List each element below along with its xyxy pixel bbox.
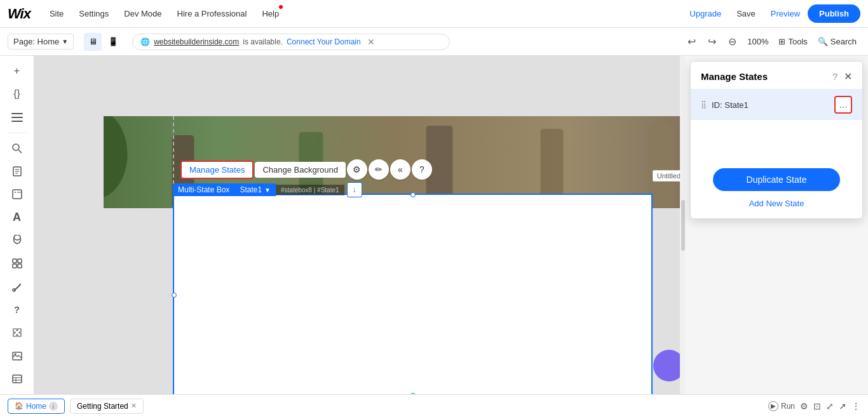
panel-actions: Duplicate State Add New State [691,158,862,218]
tools-button[interactable]: ⊞ Tools [775,37,811,46]
panel-help-icon[interactable]: ? [832,72,837,82]
undo-button[interactable]: ↩ [682,33,700,51]
msb-state-dropdown[interactable]: State1 ▼ [234,183,276,196]
layers-button[interactable] [4,107,30,128]
image-button[interactable] [4,345,30,366]
desktop-view-button[interactable]: 🖥 [84,33,102,51]
save-button[interactable]: Save [729,9,763,18]
nav-site[interactable]: Site [42,0,71,28]
navigator-icon-button[interactable]: « [390,159,410,180]
mobile-view-button[interactable]: 📱 [104,33,122,51]
tab-home-info-icon[interactable]: i [49,402,58,411]
frame-bottom-icon[interactable]: ⊡ [813,401,821,411]
change-background-button[interactable]: Change Background [255,162,346,178]
svg-point-3 [13,144,19,150]
run-button[interactable]: ▶ Run [768,401,795,411]
connect-domain-link[interactable]: Connect Your Domain [287,37,361,46]
apps-button[interactable] [4,253,30,274]
manage-states-button[interactable]: Manage States [180,161,254,179]
device-switcher: 🖥 📱 [84,33,122,51]
resize-handle-top[interactable] [410,192,416,197]
main-area: + {} A ? [0,56,868,394]
msb-id-label: #statebox8 | #State1 [276,185,344,195]
resize-handle-bottom[interactable] [410,393,416,394]
blog-button[interactable] [4,184,30,204]
tools-sidebar-button[interactable] [4,276,30,296]
tab-home-label: Home [26,402,46,411]
msb-title-label: Multi-State Box [173,183,234,196]
edit-icon-button[interactable]: ✏ [369,159,389,180]
globe-icon: 🌐 [140,37,150,46]
canvas-area: Manage States Change Background ⚙ ✏ « ? … [34,56,685,394]
nav-hire[interactable]: Hire a Professional [170,0,255,28]
state-list-item[interactable]: ⣿ ID: State1 … [691,89,862,120]
tab-home[interactable]: 🏠 Home i [8,399,65,414]
zoom-out-button[interactable]: ⊖ [723,33,741,51]
nav-settings[interactable]: Settings [71,0,116,28]
duplicate-state-button[interactable]: Duplicate State [713,168,840,191]
url-bar-close-icon[interactable]: ✕ [367,37,375,47]
arrow-bottom-icon[interactable]: ↗ [839,401,846,411]
paint-button[interactable] [4,230,30,251]
url-bar: 🌐 websitebuilderinside.com is available.… [132,34,450,50]
tab-home-icon: 🏠 [15,402,24,410]
svg-point-20 [14,353,16,355]
nav-help[interactable]: Help [254,0,287,28]
page-selector[interactable]: Page: Home ▼ [8,34,74,50]
drag-handle-icon: ⣿ [701,100,707,109]
publish-button[interactable]: Publish [808,4,860,23]
puzzle-button[interactable] [4,322,30,343]
settings-bottom-icon[interactable]: ⚙ [800,401,808,411]
pages-button[interactable] [4,161,30,182]
bottom-bar: 🏠 Home i Getting Started ✕ ▶ Run ⚙ ⊡ ⤢ ↗… [0,394,868,417]
add-elements-button[interactable]: + [4,61,30,81]
resize-handle-left[interactable] [172,293,177,298]
state-item-label: ID: State1 [712,100,829,110]
search-icon: 🔍 [818,37,828,46]
svg-rect-0 [11,113,23,114]
panel-header: Manage States ? ✕ [691,62,862,89]
sidebar-divider-1 [8,133,27,133]
tab-getting-started[interactable]: Getting Started ✕ [70,399,144,414]
help-notification-dot [279,5,283,9]
nav-devmode[interactable]: Dev Mode [116,0,169,28]
bottom-icons: ⚙ ⊡ ⤢ ↗ ⋮ [800,401,860,411]
code-button[interactable]: {} [4,84,30,104]
tab-getting-started-label: Getting Started [77,402,128,411]
page-dropdown-icon: ▼ [62,38,68,45]
msb-dropdown-chevron: ▼ [264,187,271,194]
help-sidebar-button[interactable]: ? [4,300,30,320]
add-new-state-button[interactable]: Add New State [749,199,804,208]
top-navigation: Wix Site Settings Dev Mode Hire a Profes… [0,0,868,28]
element-toolbar: Manage States Change Background ⚙ ✏ « ? [180,159,432,180]
tools-grid-icon: ⊞ [778,37,785,46]
canvas-scrollbar-right[interactable] [680,56,685,394]
typography-button[interactable]: A [4,208,30,228]
wix-logo: Wix [8,6,31,22]
search-button[interactable]: 🔍 Search [814,37,860,46]
more-bottom-icon[interactable]: ⋮ [851,401,860,411]
table-button[interactable] [4,369,30,389]
left-sidebar: + {} A ? [0,56,34,394]
upgrade-link[interactable]: Upgrade [682,9,729,18]
url-domain[interactable]: websitebuilderinside.com [154,37,239,46]
svg-rect-9 [13,190,22,199]
svg-point-10 [15,192,16,193]
panel-close-button[interactable]: ✕ [844,70,852,83]
state-more-options-button[interactable]: … [834,96,852,114]
search-sidebar-button[interactable] [4,138,30,159]
redo-button[interactable]: ↪ [703,33,721,51]
svg-rect-13 [13,259,17,263]
preview-button[interactable]: Preview [763,9,808,18]
svg-rect-15 [13,264,17,268]
svg-line-4 [18,150,22,153]
zoom-level[interactable]: 100% [743,37,772,46]
run-circle-icon: ▶ [768,401,778,411]
msb-download-button[interactable]: ↓ [347,182,362,197]
settings-icon-button[interactable]: ⚙ [347,159,367,180]
help-icon-button[interactable]: ? [412,159,432,180]
svg-rect-1 [11,117,23,118]
tab-close-icon[interactable]: ✕ [131,402,137,410]
svg-point-12 [14,235,20,240]
expand-bottom-icon[interactable]: ⤢ [826,401,834,411]
